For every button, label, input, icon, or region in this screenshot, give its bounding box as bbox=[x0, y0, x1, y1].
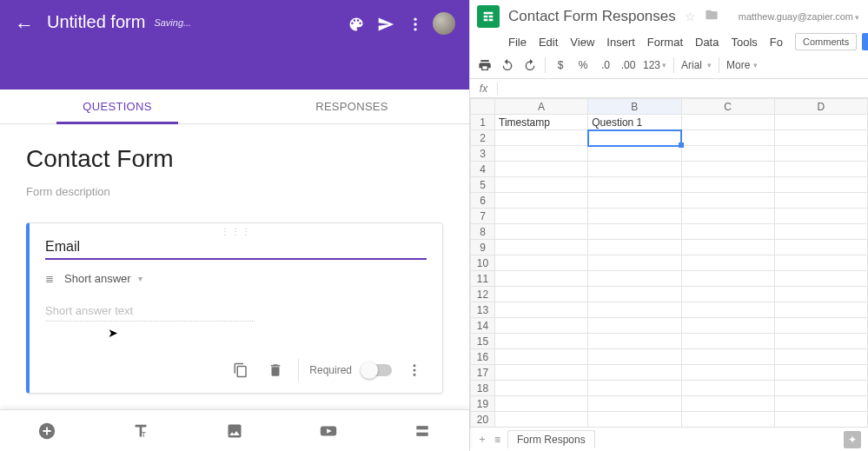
cell-C19[interactable] bbox=[681, 396, 774, 412]
cell-D9[interactable] bbox=[774, 240, 867, 255]
row-header-5[interactable]: 5 bbox=[471, 177, 495, 193]
palette-icon[interactable] bbox=[344, 12, 368, 36]
print-icon[interactable] bbox=[477, 58, 493, 72]
cell-B13[interactable] bbox=[588, 302, 681, 318]
share-button[interactable]: Share bbox=[862, 33, 868, 50]
form-document-title[interactable]: Untitled form bbox=[47, 12, 145, 32]
cell-A12[interactable] bbox=[495, 287, 588, 302]
tab-questions[interactable]: QUESTIONS bbox=[0, 90, 235, 123]
cell-B9[interactable] bbox=[588, 240, 681, 255]
cell-C1[interactable] bbox=[681, 115, 774, 130]
toolbar-more[interactable]: More▾ bbox=[726, 59, 758, 71]
cell-B4[interactable] bbox=[588, 162, 681, 177]
row-header-20[interactable]: 20 bbox=[471, 412, 495, 428]
cell-C10[interactable] bbox=[681, 255, 774, 271]
decrease-decimal[interactable]: .0 bbox=[598, 59, 613, 71]
col-header-D[interactable]: D bbox=[774, 99, 867, 115]
required-toggle[interactable] bbox=[362, 364, 392, 376]
cell-D14[interactable] bbox=[774, 318, 867, 334]
menu-fo[interactable]: Fo bbox=[770, 36, 783, 49]
account-email[interactable]: matthew.guay@zapier.com▾ bbox=[739, 11, 859, 22]
menu-file[interactable]: File bbox=[508, 36, 527, 49]
col-header-A[interactable]: A bbox=[495, 99, 588, 115]
cell-C9[interactable] bbox=[681, 240, 774, 255]
cell-D7[interactable] bbox=[774, 209, 867, 224]
row-header-14[interactable]: 14 bbox=[471, 318, 495, 334]
cell-A8[interactable] bbox=[495, 224, 588, 240]
back-arrow-icon[interactable]: ← bbox=[14, 12, 35, 36]
cell-B7[interactable] bbox=[588, 209, 681, 224]
row-header-16[interactable]: 16 bbox=[471, 349, 495, 365]
form-description[interactable]: Form description bbox=[26, 185, 443, 198]
cell-D15[interactable] bbox=[774, 334, 867, 349]
number-format-dropdown[interactable]: 123▾ bbox=[643, 59, 666, 71]
cell-A7[interactable] bbox=[495, 209, 588, 224]
add-sheet-icon[interactable]: ＋ bbox=[477, 432, 487, 447]
more-vert-icon[interactable] bbox=[403, 12, 427, 36]
row-header-10[interactable]: 10 bbox=[471, 255, 495, 271]
format-currency[interactable]: $ bbox=[553, 59, 568, 71]
form-title[interactable]: Contact Form bbox=[26, 145, 443, 173]
add-question-icon[interactable] bbox=[30, 414, 64, 448]
cell-A13[interactable] bbox=[495, 302, 588, 318]
cell-D11[interactable] bbox=[774, 271, 867, 287]
cell-C3[interactable] bbox=[681, 146, 774, 162]
cell-D1[interactable] bbox=[774, 115, 867, 130]
duplicate-icon[interactable] bbox=[229, 358, 253, 382]
cell-D16[interactable] bbox=[774, 349, 867, 365]
cell-C11[interactable] bbox=[681, 271, 774, 287]
cell-C15[interactable] bbox=[681, 334, 774, 349]
add-title-icon[interactable]: T bbox=[123, 414, 158, 448]
add-image-icon[interactable] bbox=[217, 414, 252, 448]
cell-B20[interactable] bbox=[588, 412, 681, 428]
account-avatar[interactable] bbox=[433, 12, 455, 35]
row-header-15[interactable]: 15 bbox=[471, 334, 495, 349]
cell-A1[interactable]: Timestamp bbox=[495, 115, 588, 130]
cell-A10[interactable] bbox=[495, 255, 588, 271]
cell-D4[interactable] bbox=[774, 162, 867, 177]
redo-icon[interactable] bbox=[522, 58, 538, 72]
row-header-8[interactable]: 8 bbox=[471, 224, 495, 240]
menu-format[interactable]: Format bbox=[647, 36, 683, 49]
question-type-dropdown[interactable]: ≣ Short answer ▾ bbox=[45, 272, 427, 285]
delete-icon[interactable] bbox=[263, 358, 288, 382]
cell-B19[interactable] bbox=[588, 396, 681, 412]
cell-B6[interactable] bbox=[588, 193, 681, 209]
cell-C12[interactable] bbox=[681, 287, 774, 302]
spreadsheet-title[interactable]: Contact Form Responses bbox=[508, 8, 676, 25]
add-video-icon[interactable] bbox=[311, 414, 346, 448]
cell-B18[interactable] bbox=[588, 381, 681, 396]
menu-view[interactable]: View bbox=[570, 36, 594, 49]
cell-C14[interactable] bbox=[681, 318, 774, 334]
row-header-9[interactable]: 9 bbox=[471, 240, 495, 255]
cell-D10[interactable] bbox=[774, 255, 867, 271]
cell-C18[interactable] bbox=[681, 381, 774, 396]
cell-B10[interactable] bbox=[588, 255, 681, 271]
cell-C6[interactable] bbox=[681, 193, 774, 209]
cell-D20[interactable] bbox=[774, 412, 867, 428]
cell-B15[interactable] bbox=[588, 334, 681, 349]
row-header-13[interactable]: 13 bbox=[471, 302, 495, 318]
sheet-tab[interactable]: Form Respons bbox=[507, 430, 595, 448]
row-header-6[interactable]: 6 bbox=[471, 193, 495, 209]
undo-icon[interactable] bbox=[500, 58, 515, 72]
cell-C16[interactable] bbox=[681, 349, 774, 365]
cell-D19[interactable] bbox=[774, 396, 867, 412]
cell-B3[interactable] bbox=[588, 146, 681, 162]
cell-C13[interactable] bbox=[681, 302, 774, 318]
col-header-B[interactable]: B bbox=[588, 99, 681, 115]
formula-bar-input[interactable] bbox=[498, 83, 868, 95]
tab-responses[interactable]: RESPONSES bbox=[235, 90, 469, 123]
row-header-4[interactable]: 4 bbox=[471, 162, 495, 177]
menu-data[interactable]: Data bbox=[695, 36, 719, 49]
cell-A15[interactable] bbox=[495, 334, 588, 349]
cell-B16[interactable] bbox=[588, 349, 681, 365]
folder-icon[interactable] bbox=[705, 8, 719, 25]
cell-B17[interactable] bbox=[588, 365, 681, 381]
row-header-3[interactable]: 3 bbox=[471, 146, 495, 162]
cell-A4[interactable] bbox=[495, 162, 588, 177]
cell-A3[interactable] bbox=[495, 146, 588, 162]
cell-A18[interactable] bbox=[495, 381, 588, 396]
row-header-17[interactable]: 17 bbox=[471, 365, 495, 381]
col-header-C[interactable]: C bbox=[681, 99, 774, 115]
